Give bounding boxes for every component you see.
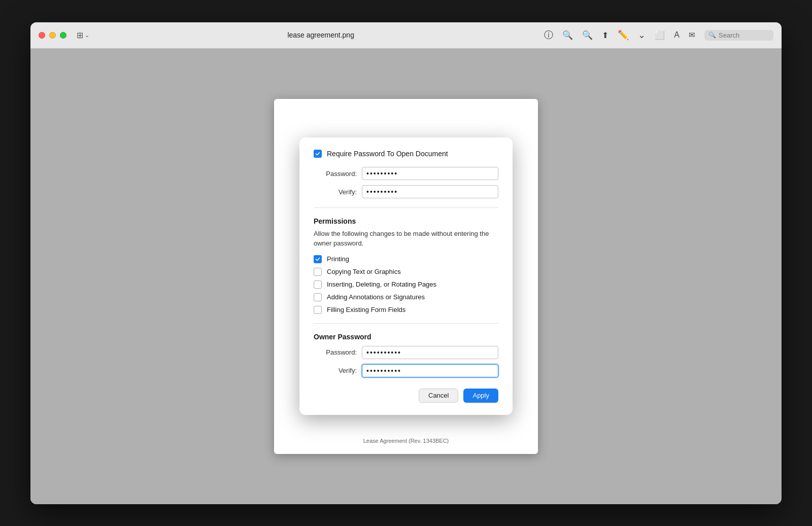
permission-printing: Printing — [314, 255, 498, 263]
font-icon[interactable]: A — [674, 30, 680, 40]
owner-password-row: Password: — [314, 346, 498, 359]
verify-input[interactable] — [362, 185, 498, 198]
permissions-title: Permissions — [314, 217, 498, 225]
search-icon: 🔍 — [708, 31, 716, 39]
owner-verify-row: Verify: — [314, 364, 498, 377]
zoom-out-icon[interactable]: 🔍 — [562, 30, 573, 41]
content-area: Lease Agreement (Rev. 1343BEC) Require P… — [30, 49, 782, 504]
more-tools-icon[interactable]: ⌄ — [638, 29, 646, 41]
sidebar-toggle[interactable]: ⊞⌄ — [77, 30, 89, 40]
password-row: Password: — [314, 167, 498, 180]
cancel-button[interactable]: Cancel — [419, 389, 458, 403]
apply-button[interactable]: Apply — [463, 389, 498, 403]
divider-2 — [314, 323, 498, 324]
maximize-button[interactable] — [60, 32, 66, 39]
printing-checkbox[interactable] — [314, 255, 322, 263]
traffic-lights — [39, 32, 66, 39]
verify-row: Verify: — [314, 185, 498, 198]
form-fields-label: Filling Existing Form Fields — [327, 306, 405, 313]
zoom-in-icon[interactable]: 🔍 — [582, 30, 593, 41]
search-box[interactable]: 🔍 — [704, 30, 773, 41]
form-fields-checkbox[interactable] — [314, 306, 322, 314]
note-icon[interactable]: ✉ — [689, 30, 695, 40]
divider-1 — [314, 207, 498, 208]
app-window: ⊞⌄ lease agreement.png ⓘ 🔍 🔍 ⬆ ✏️ ⌄ ⬜ A … — [30, 22, 782, 504]
printing-label: Printing — [327, 255, 349, 263]
permissions-desc: Allow the following changes to be made w… — [314, 229, 498, 248]
search-input[interactable] — [719, 31, 769, 39]
password-input[interactable] — [362, 167, 498, 180]
copying-checkbox[interactable] — [314, 268, 322, 276]
owner-password-label: Password: — [314, 348, 357, 356]
permission-annotations: Adding Annotations or Signatures — [314, 293, 498, 301]
require-password-checkbox[interactable] — [314, 150, 322, 158]
inserting-label: Inserting, Deleting, or Rotating Pages — [327, 280, 436, 288]
markup-icon[interactable]: ✏️ — [618, 29, 629, 41]
permissions-section: Permissions Allow the following changes … — [314, 217, 498, 313]
password-label: Password: — [314, 170, 357, 178]
info-icon[interactable]: ⓘ — [544, 29, 553, 41]
require-password-row: Require Password To Open Document — [314, 150, 498, 158]
inserting-checkbox[interactable] — [314, 280, 322, 289]
minimize-button[interactable] — [49, 32, 56, 39]
share-icon[interactable]: ⬆ — [602, 30, 608, 40]
window-title: lease agreement.png — [97, 31, 544, 39]
owner-password-title: Owner Password — [314, 333, 498, 341]
owner-verify-input[interactable] — [362, 364, 498, 377]
dialog-buttons: Cancel Apply — [314, 389, 498, 403]
sidebar-icon[interactable]: ⬜ — [655, 30, 665, 40]
password-dialog: Require Password To Open Document Passwo… — [299, 137, 513, 414]
close-button[interactable] — [39, 32, 45, 39]
require-password-label: Require Password To Open Document — [327, 150, 448, 158]
annotations-label: Adding Annotations or Signatures — [327, 293, 425, 301]
owner-verify-label: Verify: — [314, 367, 357, 374]
annotations-checkbox[interactable] — [314, 293, 322, 301]
titlebar: ⊞⌄ lease agreement.png ⓘ 🔍 🔍 ⬆ ✏️ ⌄ ⬜ A … — [30, 22, 782, 49]
permission-inserting: Inserting, Deleting, or Rotating Pages — [314, 280, 498, 289]
owner-password-section: Owner Password Password: Verify: — [314, 333, 498, 377]
permission-copying: Copying Text or Graphics — [314, 268, 498, 276]
copying-label: Copying Text or Graphics — [327, 268, 401, 275]
toolbar: ⓘ 🔍 🔍 ⬆ ✏️ ⌄ ⬜ A ✉ 🔍 — [544, 29, 773, 41]
verify-label: Verify: — [314, 188, 357, 196]
permission-form-fields: Filling Existing Form Fields — [314, 306, 498, 314]
owner-password-input[interactable] — [362, 346, 498, 359]
dialog-overlay: Require Password To Open Document Passwo… — [30, 49, 782, 504]
